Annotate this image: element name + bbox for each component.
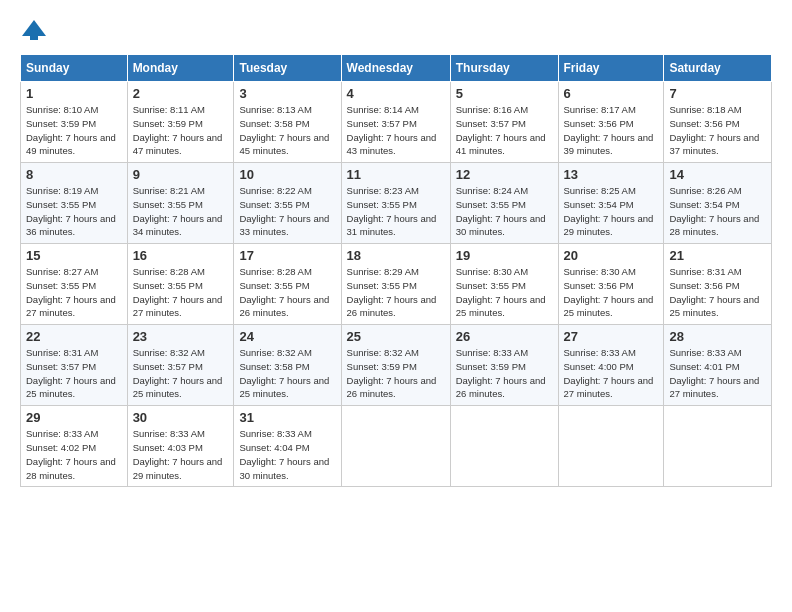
logo bbox=[20, 16, 52, 44]
calendar-cell bbox=[450, 406, 558, 487]
calendar-cell: 24 Sunrise: 8:32 AM Sunset: 3:58 PM Dayl… bbox=[234, 325, 341, 406]
calendar-cell: 26 Sunrise: 8:33 AM Sunset: 3:59 PM Dayl… bbox=[450, 325, 558, 406]
calendar-header-row: SundayMondayTuesdayWednesdayThursdayFrid… bbox=[21, 55, 772, 82]
calendar-cell: 2 Sunrise: 8:11 AM Sunset: 3:59 PM Dayli… bbox=[127, 82, 234, 163]
day-number: 7 bbox=[669, 86, 766, 101]
calendar-cell: 31 Sunrise: 8:33 AM Sunset: 4:04 PM Dayl… bbox=[234, 406, 341, 487]
day-number: 27 bbox=[564, 329, 659, 344]
calendar-cell: 6 Sunrise: 8:17 AM Sunset: 3:56 PM Dayli… bbox=[558, 82, 664, 163]
calendar-cell: 28 Sunrise: 8:33 AM Sunset: 4:01 PM Dayl… bbox=[664, 325, 772, 406]
day-info: Sunrise: 8:32 AM Sunset: 3:59 PM Dayligh… bbox=[347, 346, 445, 401]
day-number: 2 bbox=[133, 86, 229, 101]
day-info: Sunrise: 8:13 AM Sunset: 3:58 PM Dayligh… bbox=[239, 103, 335, 158]
calendar-cell: 29 Sunrise: 8:33 AM Sunset: 4:02 PM Dayl… bbox=[21, 406, 128, 487]
day-info: Sunrise: 8:11 AM Sunset: 3:59 PM Dayligh… bbox=[133, 103, 229, 158]
calendar-week-4: 22 Sunrise: 8:31 AM Sunset: 3:57 PM Dayl… bbox=[21, 325, 772, 406]
logo-icon bbox=[20, 16, 48, 44]
day-number: 16 bbox=[133, 248, 229, 263]
day-number: 25 bbox=[347, 329, 445, 344]
day-info: Sunrise: 8:33 AM Sunset: 4:04 PM Dayligh… bbox=[239, 427, 335, 482]
day-number: 14 bbox=[669, 167, 766, 182]
day-number: 20 bbox=[564, 248, 659, 263]
calendar-cell: 7 Sunrise: 8:18 AM Sunset: 3:56 PM Dayli… bbox=[664, 82, 772, 163]
day-info: Sunrise: 8:30 AM Sunset: 3:56 PM Dayligh… bbox=[564, 265, 659, 320]
day-number: 17 bbox=[239, 248, 335, 263]
day-info: Sunrise: 8:26 AM Sunset: 3:54 PM Dayligh… bbox=[669, 184, 766, 239]
col-header-tuesday: Tuesday bbox=[234, 55, 341, 82]
day-info: Sunrise: 8:32 AM Sunset: 3:58 PM Dayligh… bbox=[239, 346, 335, 401]
calendar-table: SundayMondayTuesdayWednesdayThursdayFrid… bbox=[20, 54, 772, 487]
day-number: 26 bbox=[456, 329, 553, 344]
col-header-monday: Monday bbox=[127, 55, 234, 82]
day-number: 13 bbox=[564, 167, 659, 182]
day-info: Sunrise: 8:24 AM Sunset: 3:55 PM Dayligh… bbox=[456, 184, 553, 239]
day-info: Sunrise: 8:29 AM Sunset: 3:55 PM Dayligh… bbox=[347, 265, 445, 320]
day-number: 23 bbox=[133, 329, 229, 344]
day-info: Sunrise: 8:23 AM Sunset: 3:55 PM Dayligh… bbox=[347, 184, 445, 239]
day-info: Sunrise: 8:28 AM Sunset: 3:55 PM Dayligh… bbox=[133, 265, 229, 320]
day-number: 30 bbox=[133, 410, 229, 425]
day-info: Sunrise: 8:17 AM Sunset: 3:56 PM Dayligh… bbox=[564, 103, 659, 158]
calendar-cell: 17 Sunrise: 8:28 AM Sunset: 3:55 PM Dayl… bbox=[234, 244, 341, 325]
day-info: Sunrise: 8:33 AM Sunset: 4:00 PM Dayligh… bbox=[564, 346, 659, 401]
day-number: 4 bbox=[347, 86, 445, 101]
calendar-cell: 11 Sunrise: 8:23 AM Sunset: 3:55 PM Dayl… bbox=[341, 163, 450, 244]
calendar-week-2: 8 Sunrise: 8:19 AM Sunset: 3:55 PM Dayli… bbox=[21, 163, 772, 244]
day-info: Sunrise: 8:25 AM Sunset: 3:54 PM Dayligh… bbox=[564, 184, 659, 239]
day-number: 9 bbox=[133, 167, 229, 182]
calendar-week-3: 15 Sunrise: 8:27 AM Sunset: 3:55 PM Dayl… bbox=[21, 244, 772, 325]
day-number: 10 bbox=[239, 167, 335, 182]
day-number: 3 bbox=[239, 86, 335, 101]
calendar-cell: 15 Sunrise: 8:27 AM Sunset: 3:55 PM Dayl… bbox=[21, 244, 128, 325]
day-info: Sunrise: 8:27 AM Sunset: 3:55 PM Dayligh… bbox=[26, 265, 122, 320]
calendar-cell bbox=[664, 406, 772, 487]
day-info: Sunrise: 8:33 AM Sunset: 3:59 PM Dayligh… bbox=[456, 346, 553, 401]
day-info: Sunrise: 8:31 AM Sunset: 3:56 PM Dayligh… bbox=[669, 265, 766, 320]
day-info: Sunrise: 8:18 AM Sunset: 3:56 PM Dayligh… bbox=[669, 103, 766, 158]
day-number: 18 bbox=[347, 248, 445, 263]
calendar-cell: 21 Sunrise: 8:31 AM Sunset: 3:56 PM Dayl… bbox=[664, 244, 772, 325]
day-info: Sunrise: 8:33 AM Sunset: 4:03 PM Dayligh… bbox=[133, 427, 229, 482]
day-number: 8 bbox=[26, 167, 122, 182]
calendar-cell: 12 Sunrise: 8:24 AM Sunset: 3:55 PM Dayl… bbox=[450, 163, 558, 244]
day-number: 6 bbox=[564, 86, 659, 101]
day-number: 15 bbox=[26, 248, 122, 263]
calendar-cell: 8 Sunrise: 8:19 AM Sunset: 3:55 PM Dayli… bbox=[21, 163, 128, 244]
day-number: 21 bbox=[669, 248, 766, 263]
calendar-cell: 30 Sunrise: 8:33 AM Sunset: 4:03 PM Dayl… bbox=[127, 406, 234, 487]
day-number: 28 bbox=[669, 329, 766, 344]
header bbox=[20, 16, 772, 44]
day-number: 1 bbox=[26, 86, 122, 101]
col-header-thursday: Thursday bbox=[450, 55, 558, 82]
calendar-cell: 1 Sunrise: 8:10 AM Sunset: 3:59 PM Dayli… bbox=[21, 82, 128, 163]
calendar-cell bbox=[341, 406, 450, 487]
day-number: 19 bbox=[456, 248, 553, 263]
day-info: Sunrise: 8:33 AM Sunset: 4:01 PM Dayligh… bbox=[669, 346, 766, 401]
day-number: 31 bbox=[239, 410, 335, 425]
calendar-cell: 20 Sunrise: 8:30 AM Sunset: 3:56 PM Dayl… bbox=[558, 244, 664, 325]
calendar-cell: 25 Sunrise: 8:32 AM Sunset: 3:59 PM Dayl… bbox=[341, 325, 450, 406]
day-number: 22 bbox=[26, 329, 122, 344]
calendar-cell: 5 Sunrise: 8:16 AM Sunset: 3:57 PM Dayli… bbox=[450, 82, 558, 163]
day-number: 5 bbox=[456, 86, 553, 101]
col-header-wednesday: Wednesday bbox=[341, 55, 450, 82]
col-header-friday: Friday bbox=[558, 55, 664, 82]
calendar-cell: 19 Sunrise: 8:30 AM Sunset: 3:55 PM Dayl… bbox=[450, 244, 558, 325]
col-header-sunday: Sunday bbox=[21, 55, 128, 82]
calendar-week-1: 1 Sunrise: 8:10 AM Sunset: 3:59 PM Dayli… bbox=[21, 82, 772, 163]
day-number: 12 bbox=[456, 167, 553, 182]
calendar-cell: 27 Sunrise: 8:33 AM Sunset: 4:00 PM Dayl… bbox=[558, 325, 664, 406]
day-number: 11 bbox=[347, 167, 445, 182]
calendar-cell: 9 Sunrise: 8:21 AM Sunset: 3:55 PM Dayli… bbox=[127, 163, 234, 244]
day-info: Sunrise: 8:14 AM Sunset: 3:57 PM Dayligh… bbox=[347, 103, 445, 158]
day-number: 24 bbox=[239, 329, 335, 344]
calendar-cell: 23 Sunrise: 8:32 AM Sunset: 3:57 PM Dayl… bbox=[127, 325, 234, 406]
svg-rect-1 bbox=[30, 34, 38, 40]
calendar-cell: 10 Sunrise: 8:22 AM Sunset: 3:55 PM Dayl… bbox=[234, 163, 341, 244]
calendar-cell: 3 Sunrise: 8:13 AM Sunset: 3:58 PM Dayli… bbox=[234, 82, 341, 163]
day-info: Sunrise: 8:30 AM Sunset: 3:55 PM Dayligh… bbox=[456, 265, 553, 320]
calendar-cell: 18 Sunrise: 8:29 AM Sunset: 3:55 PM Dayl… bbox=[341, 244, 450, 325]
day-info: Sunrise: 8:21 AM Sunset: 3:55 PM Dayligh… bbox=[133, 184, 229, 239]
calendar-cell: 14 Sunrise: 8:26 AM Sunset: 3:54 PM Dayl… bbox=[664, 163, 772, 244]
calendar-cell bbox=[558, 406, 664, 487]
